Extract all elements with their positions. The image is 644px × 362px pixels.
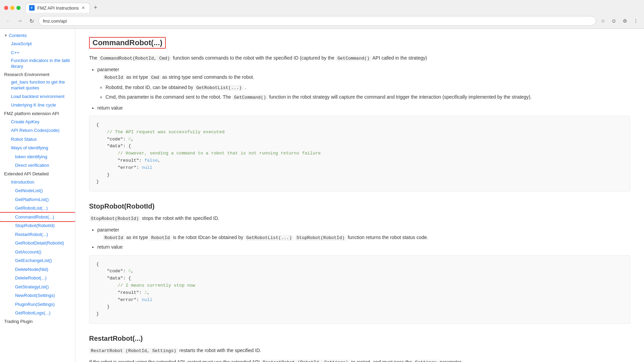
sidebar-item-javascript[interactable]: JavaScript: [0, 39, 75, 48]
stop-robot-title: StopRobot(RobotId): [89, 202, 630, 210]
restart-desc3: to restart, and must pass the: [351, 359, 412, 362]
command-robot-desc: function sends commands to the robot wit…: [173, 55, 336, 61]
code1-data-key: "data": [107, 143, 123, 149]
reload-button[interactable]: ↻: [27, 16, 36, 26]
intro-text: The: [89, 55, 97, 61]
restart-desc4: parameter.: [439, 359, 462, 362]
robotid-detail: RobotId, the robot ID, can be obtained b…: [106, 84, 630, 92]
extensions-button[interactable]: ⚙: [620, 16, 630, 26]
sidebar-item-getRobotList[interactable]: GetRobotList(...): [0, 204, 75, 213]
getRobotList-ref: GetRobotList(...): [195, 85, 244, 91]
code1-error-key: "error": [117, 165, 136, 170]
stop-return-label: return value: [97, 244, 123, 250]
chevron-down-icon: ▼: [4, 34, 8, 37]
sidebar-item-pluginRun[interactable]: PluginRun(Settings): [0, 300, 75, 309]
code1-result-key: "result": [117, 158, 139, 163]
sidebar-item-newRobot[interactable]: NewRobot(Settings): [0, 291, 75, 300]
sidebar-item-load-backtest[interactable]: Load backtest environment: [0, 92, 75, 101]
sidebar-item-getStrategyList[interactable]: GetStrategyList(): [0, 283, 75, 291]
bookmark-button[interactable]: ☆: [598, 16, 608, 26]
sidebar-item-cpp[interactable]: C++: [0, 48, 75, 57]
sidebar-item-direct-verification[interactable]: Direct verification: [0, 161, 75, 170]
period: .: [245, 85, 246, 90]
tab-title: FMZ API Instructions: [37, 5, 79, 11]
new-tab-button[interactable]: +: [91, 4, 100, 12]
content-area: CommandRobot(...) The CommandRobot(Robot…: [75, 29, 644, 362]
forward-button[interactable]: →: [15, 16, 25, 26]
tab-close-button[interactable]: ✕: [82, 5, 85, 10]
stop-parameter-label: parameter: [97, 227, 119, 233]
code2-result-key: "result": [117, 290, 139, 295]
sidebar-item-commandRobot[interactable]: CommandRobot(...): [0, 213, 75, 222]
maximize-window-button[interactable]: [16, 6, 21, 10]
sidebar-item-robot-status[interactable]: Robot Status: [0, 135, 75, 144]
stop-robot-code-ref: StopRobot(RobotId): [89, 216, 140, 222]
address-input[interactable]: [38, 16, 596, 26]
command-robot-title: CommandRobot(...): [89, 37, 166, 49]
sidebar: ▼ Contents JavaScript C++ Function indic…: [0, 29, 75, 362]
parameter-details: RobotId, the robot ID, can be obtained b…: [106, 84, 630, 101]
stop-robotid-ref: RobotId: [149, 235, 172, 241]
sidebar-item-introduction[interactable]: Introduction: [0, 178, 75, 187]
traffic-lights: [4, 6, 21, 10]
sidebar-item-getRobotDetail[interactable]: GetRobotDetail(RobotId): [0, 239, 75, 248]
sidebar-item-trading-plugin[interactable]: Trading Plugin: [0, 317, 75, 325]
close-window-button[interactable]: [4, 6, 8, 10]
code1-code-value: 0: [128, 137, 131, 142]
sidebar-item-research-environment[interactable]: Research Environment: [0, 71, 75, 78]
stop-getRobotList-ref: GetRobotList(...): [245, 235, 294, 241]
sidebar-item-get-bars[interactable]: get_bars function to get the market quot…: [0, 78, 75, 92]
command-robot-code-block: { // The API request was successfully ex…: [89, 116, 630, 191]
sidebar-item-fmz-extension[interactable]: FMZ platform extension API: [0, 110, 75, 117]
as-int-text: as int type: [126, 74, 148, 80]
sidebar-item-function-indicators[interactable]: Function indicators in the talib library: [0, 57, 75, 71]
browser-tab-fmz[interactable]: F FMZ API Instructions ✕: [25, 3, 90, 13]
sidebar-item-token-identifying[interactable]: token identifying: [0, 152, 75, 161]
return-value-item: return value: [97, 104, 630, 112]
code2-code-key: "code": [107, 269, 123, 274]
robotid-desc: RobotId, the robot ID, can be obtained b…: [106, 85, 193, 90]
back-button[interactable]: ←: [3, 16, 13, 26]
restart-intro-para: RestartRobot (RobotId, Settings) restart…: [89, 347, 630, 355]
sidebar-item-create-apikey[interactable]: Create ApiKey: [0, 117, 75, 126]
command-robot-code-ref1: CommandRobot(RobotId, Cmd): [99, 55, 172, 61]
more-button[interactable]: ⋮: [631, 16, 641, 26]
code1-error-value: null: [142, 165, 152, 170]
sidebar-item-ways-of-identifying[interactable]: Ways of identifying: [0, 143, 75, 152]
sidebar-item-getAccount[interactable]: GetAccount(): [0, 248, 75, 257]
stop-robotid-code: RobotId: [103, 235, 125, 241]
parameter-item: parameter RobotId as int type Cmd as str…: [97, 66, 630, 101]
address-bar-row: ← → ↻ ☆ ⊙ ⚙ ⋮: [0, 15, 644, 28]
code2-data-key: "data": [107, 276, 123, 281]
stop-robot-desc: stops the robot with the specified ID.: [142, 215, 219, 221]
minimize-window-button[interactable]: [10, 6, 14, 10]
sidebar-item-underlying-k[interactable]: Underlying K line cycle: [0, 101, 75, 110]
contents-header[interactable]: ▼ Contents: [0, 32, 75, 39]
cmd-desc: Cmd, this parameter is the command sent …: [106, 94, 231, 100]
tab-bar: F FMZ API Instructions ✕ +: [25, 3, 100, 13]
sidebar-item-stopRobot[interactable]: StopRobot(RobotId): [0, 221, 75, 230]
sidebar-item-api-return-codes[interactable]: API Return Codes(code): [0, 126, 75, 135]
restart-settings-ref: Settings: [413, 360, 438, 362]
as-string-text: as string type: [162, 74, 191, 80]
tab-favicon: F: [29, 5, 35, 11]
sidebar-item-extended-api[interactable]: Extended API Detailed: [0, 170, 75, 178]
command-robot-desc2: API called in the strategy): [372, 55, 427, 61]
code1-code-key: "code": [107, 137, 123, 142]
sidebar-item-getExchangeList[interactable]: GetExchangeList(): [0, 256, 75, 265]
code2-result-value: 2: [144, 290, 147, 295]
sidebar-item-getRobotLogs[interactable]: GetRobotLogs(...): [0, 309, 75, 317]
sidebar-item-restartRobot[interactable]: RestartRobot(...): [0, 230, 75, 239]
profile-button[interactable]: ⊙: [609, 16, 619, 26]
sidebar-item-getPlatformList[interactable]: GetPlatformList(): [0, 195, 75, 204]
sidebar-item-deleteRobot[interactable]: DeleteRobot(...): [0, 274, 75, 283]
stop-func-ref: StopRobot(RobotId): [295, 235, 346, 241]
parameter-label: parameter: [97, 67, 119, 72]
sidebar-item-getNodeList[interactable]: GetNodeList(): [0, 186, 75, 195]
parameter-list: parameter RobotId as int type Cmd as str…: [97, 66, 630, 112]
stop-func-desc2: function returns the robot status code.: [348, 235, 428, 240]
restart-desc2: If the robot is created using the extend…: [89, 359, 260, 362]
stop-robotid-desc: is the robot IDcan be obtained by: [173, 235, 245, 240]
getCommand-ref: GetCommand(): [232, 95, 268, 100]
sidebar-item-deleteNode[interactable]: DeleteNode(Nid): [0, 265, 75, 274]
